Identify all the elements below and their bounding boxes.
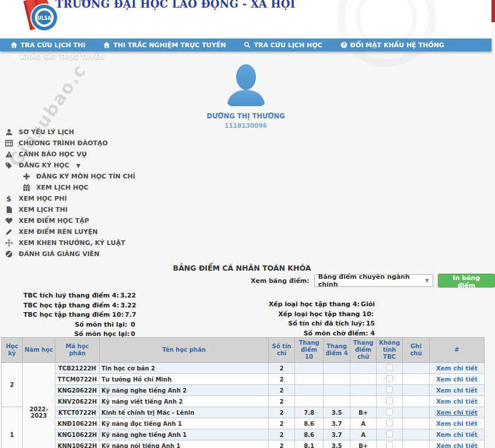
no-tbc-checkbox[interactable]: [386, 408, 393, 415]
menu-item-label: ĐĂNG KÝ HỌC: [19, 162, 69, 169]
grade-table-section: Học kỳ Năm học Mã học phần Tên học phần …: [1, 337, 484, 448]
no-tbc-checkbox[interactable]: [386, 419, 393, 426]
user-icon: [5, 128, 13, 136]
no-tbc-checkbox[interactable]: [386, 386, 393, 393]
no-tbc-checkbox[interactable]: [386, 397, 393, 404]
grade4-cell: [324, 385, 350, 396]
semester-cell: 2: [2, 363, 23, 407]
letter-grade-cell: [350, 396, 377, 407]
view-select-value: Bảng điểm chuyên ngành chính: [318, 273, 425, 288]
course-name-cell: Tin học cơ bản 2: [100, 363, 269, 374]
svg-text:ULSA: ULSA: [37, 16, 51, 21]
no-tbc-cell: [377, 440, 403, 448]
detail-cell: Xem chi tiết: [430, 396, 485, 407]
note-cell: [403, 440, 430, 448]
stats-right: Xếp loại học tập thang 4:Giỏi Xếp loại h…: [250, 300, 375, 338]
letter-grade-cell: [350, 385, 377, 396]
note-cell: [403, 418, 430, 429]
view-detail-link[interactable]: Xem chi tiết: [436, 376, 478, 383]
course-name-cell: Kỹ năng nghe tiếng Anh 1: [100, 429, 269, 440]
grade4-cell: [324, 374, 350, 385]
menu-item-label: SƠ YẾU LÝ LỊCH: [19, 128, 74, 136]
course-code-cell: KTCT0722H: [55, 407, 100, 418]
col-header-thang-diem-chu: Thang điểm chữ: [350, 338, 377, 363]
main-navbar: TRA CỨU LỊCH THI THI TRẮC NGHIỆM TRỰC TU…: [0, 38, 492, 51]
menu-item-so-yeu-ly-lich[interactable]: SƠ YẾU LÝ LỊCH: [5, 127, 135, 138]
view-select[interactable]: Bảng điểm chuyên ngành chính ▼: [314, 274, 433, 287]
menu-item-danh-gia-giang-vien[interactable]: ĐÁNH GIÁ GIẢNG VIÊN: [5, 249, 135, 260]
letter-grade-cell: A: [350, 418, 377, 429]
table-header-row: Học kỳ Năm học Mã học phần Tên học phần …: [2, 338, 485, 363]
menu-item-canh-bao-hoc-vu[interactable]: CẢNH BÁO HỌC VỤ: [5, 149, 135, 160]
nav-item-thi-trac-nghiem[interactable]: THI TRẮC NGHIỆM TRỰC TUYẾN: [103, 41, 226, 49]
grade10-cell: 8.6: [295, 418, 324, 429]
menu-item-xem-diem-hoc-tap[interactable]: XEM ĐIỂM HỌC TẬP: [5, 215, 135, 226]
no-tbc-cell: [377, 429, 403, 440]
menu-item-label: XEM ĐIỂM RÈN LUYỆN: [19, 228, 98, 236]
nav-item-doi-mat-khau[interactable]: ? ĐỔI MẬT KHẨU HỆ THỐNG: [340, 41, 444, 49]
menu-item-xem-lich-thi[interactable]: XEM LỊCH THI: [5, 204, 135, 215]
detail-cell: Xem chi tiết: [430, 418, 485, 429]
menu-item-xem-diem-ren-luyen[interactable]: XEM ĐIỂM RÈN LUYỆN: [5, 226, 135, 237]
credits-cell: 2: [269, 418, 295, 429]
menu-item-label: ĐÁNH GIÁ GIẢNG VIÊN: [19, 250, 99, 258]
col-header-hoc-ky: Học kỳ: [2, 338, 23, 363]
detail-cell: Xem chi tiết: [430, 429, 485, 440]
menu-item-khen-thuong-ky-luat[interactable]: XEM KHEN THƯỞNG, KỶ LUẬT: [5, 237, 135, 249]
nav-item-tra-cuu-lich-hoc[interactable]: TRA CỨU LỊCH HỌC: [244, 41, 322, 49]
nav-item-label: TRA CỨU LỊCH HỌC: [254, 41, 322, 49]
svg-text:?: ?: [342, 42, 345, 48]
no-tbc-cell: [377, 363, 403, 374]
table-row: KNĐ10622HKỹ năng đọc tiếng Anh 128.63.7A…: [2, 418, 485, 429]
no-tbc-checkbox[interactable]: [386, 442, 393, 448]
nav-item-khao-sat[interactable]: KHẢO SÁT TRỰC TUYẾN: [10, 52, 105, 61]
table-row: KNN10622HKỹ năng nói tiếng Anh 128.13.5B…: [2, 440, 485, 448]
pencil-icon: [5, 228, 13, 236]
credits-cell: 2: [269, 396, 295, 407]
file-icon: [5, 206, 13, 214]
course-code-cell: TCB21222H: [55, 363, 100, 374]
stat-line: Số tín chỉ đã tích luỹ:15: [250, 319, 375, 329]
view-select-label: Xem bảng điểm:: [251, 277, 310, 285]
menu-item-dang-ky-mon-hoc[interactable]: ĐĂNG KÝ MÔN HỌC TÍN CHỈ: [5, 171, 135, 182]
credits-cell: 2: [269, 440, 295, 448]
course-code-cell: KNV20622H: [55, 396, 100, 407]
menu-item-dang-ky-hoc[interactable]: ĐĂNG KÝ HỌC ▼: [5, 160, 135, 171]
letter-grade-cell: [350, 374, 377, 385]
view-detail-link[interactable]: Xem chi tiết: [436, 387, 478, 394]
menu-item-xem-lich-hoc[interactable]: XEM LỊCH HỌC: [5, 182, 135, 193]
stat-line: Xếp loại học tập thang 10:: [250, 310, 375, 320]
note-cell: [403, 385, 430, 396]
view-detail-link[interactable]: Xem chi tiết: [436, 409, 478, 416]
note-cell: [403, 363, 430, 374]
course-name-cell: Tư tưởng Hồ chí Minh: [100, 374, 269, 385]
menu-item-chuong-trinh-dao-tao[interactable]: CHƯƠNG TRÌNH ĐÀOTẠO: [5, 138, 135, 149]
print-report-button[interactable]: In bảng điểm: [438, 274, 495, 288]
no-tbc-checkbox[interactable]: [386, 364, 393, 371]
no-tbc-cell: [377, 418, 403, 429]
view-detail-link[interactable]: Xem chi tiết: [436, 365, 478, 372]
grade-table-body: 22022-2023TCB21222HTin học cơ bản 22Xem …: [2, 363, 485, 448]
view-detail-link[interactable]: Xem chi tiết: [436, 431, 478, 438]
nav-item-label: THI TRẮC NGHIỆM TRỰC TUYẾN: [113, 41, 226, 49]
credits-cell: 2: [269, 385, 295, 396]
grade4-cell: [324, 363, 350, 374]
detail-cell: Xem chi tiết: [430, 374, 485, 385]
no-tbc-checkbox[interactable]: [386, 430, 393, 438]
letter-grade-cell: B+: [350, 407, 377, 418]
view-detail-link[interactable]: Xem chi tiết: [436, 398, 478, 405]
grade-table: Học kỳ Năm học Mã học phần Tên học phần …: [1, 337, 485, 448]
letter-grade-cell: [350, 363, 377, 374]
home-icon: [10, 41, 17, 48]
no-tbc-cell: [377, 407, 403, 418]
menu-item-xem-hoc-phi[interactable]: $ XEM HỌC PHÍ: [5, 193, 135, 204]
view-detail-link[interactable]: Xem chi tiết: [436, 442, 478, 448]
nav-item-tra-cuu-lich-thi[interactable]: TRA CỨU LỊCH THI: [10, 41, 85, 49]
col-header-thang-diem-4: Thang điểm 4: [324, 338, 350, 363]
no-tbc-cell: [377, 396, 403, 407]
no-tbc-checkbox[interactable]: [386, 375, 393, 382]
grade4-cell: 3.5: [324, 440, 350, 448]
course-name-cell: Kinh tế chính trị Mác - Lênin: [100, 407, 269, 418]
view-detail-link[interactable]: Xem chi tiết: [436, 420, 478, 427]
student-portal-page: ULSA TRƯỜNG ĐẠI HỌC LAO ĐỘNG - XÃ HỘI TR…: [0, 0, 495, 448]
